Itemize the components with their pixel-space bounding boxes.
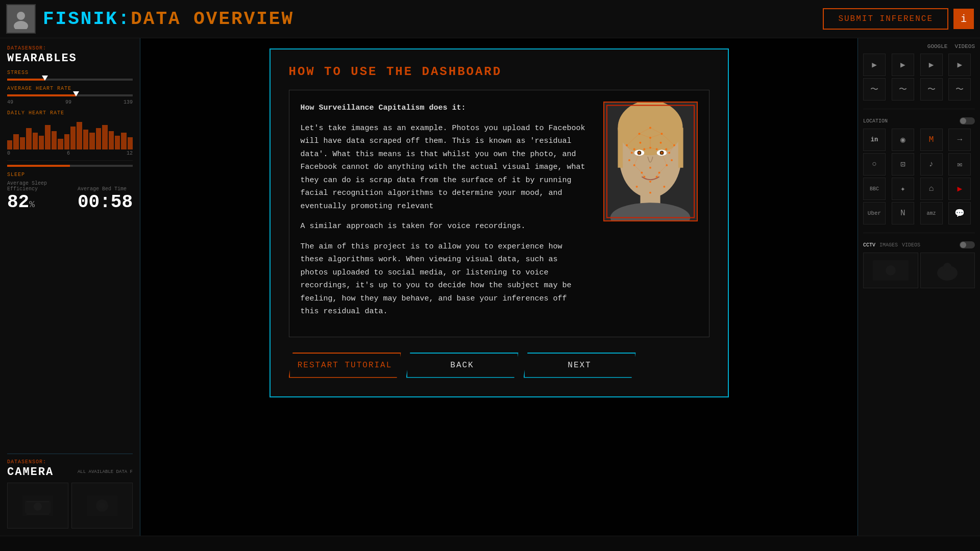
svg-point-12 — [886, 265, 896, 276]
svg-point-53 — [635, 186, 638, 188]
chat-icon[interactable]: 💬 — [948, 202, 971, 224]
camera-title: CAMERA — [7, 466, 54, 479]
modal-paragraph3: The aim of this project is to allow you … — [301, 240, 590, 318]
modal-paragraph1: Let's take images as an example. Photos … — [301, 122, 590, 213]
location-icons-grid: in ◉ M → ○ ⊡ ♪ ✉ BBC ✦ ⌂ ▶ Uber N amz 💬 — [863, 129, 975, 224]
stress-label: STRESS — [7, 70, 133, 76]
camera-icon[interactable]: ⊡ — [892, 153, 914, 176]
google-videos-row: GOOGLE VIDEOS — [863, 43, 975, 49]
back-button[interactable]: BACK — [406, 353, 519, 378]
modal-paragraph2: A similar approach is taken for voice re… — [301, 220, 590, 233]
heart-rate-label: AVERAGE HEART RATE — [7, 86, 133, 91]
wave-icon-1[interactable]: 〜 — [863, 78, 886, 101]
restart-tutorial-button[interactable]: RESTART TUTORIAL — [289, 353, 401, 378]
svg-point-54 — [663, 186, 665, 188]
svg-point-43 — [671, 159, 673, 161]
svg-point-37 — [665, 148, 667, 151]
heart-rate-chart — [7, 119, 133, 149]
face-recognition-image — [603, 102, 698, 221]
header: FISNIK:DATA OVERVIEW SUBMIT INFERENCE i — [0, 0, 980, 38]
cctv-thumbnails — [863, 253, 975, 288]
right-panel: GOOGLE VIDEOS ▶ ▶ ▶ ▶ 〜 〜 〜 〜 LOCATION i… — [857, 38, 980, 536]
wearables-section: DATASENSOR: WEARABLES STRESS AVERAGE HEA… — [7, 45, 133, 213]
cctv-thumb-2 — [920, 253, 975, 288]
left-panel: DATASENSOR: WEARABLES STRESS AVERAGE HEA… — [0, 38, 140, 536]
news-icon[interactable]: BBC — [863, 178, 886, 200]
images-label: IMAGES — [879, 242, 898, 248]
location-toggle[interactable] — [960, 117, 975, 124]
heart-rate-slider[interactable] — [7, 94, 133, 96]
submit-inference-button[interactable]: SUBMIT INFERENCE — [823, 8, 948, 30]
camera-section: DATASENSOR: CAMERA ALL AVAILABLE DATA F — [7, 454, 133, 529]
modal-heading: How Surveillance Capitalism does it: — [301, 104, 466, 112]
svg-point-9 — [99, 503, 105, 509]
mail-icon[interactable]: ✉ — [948, 153, 971, 176]
header-title: FISNIK:DATA OVERVIEW — [43, 9, 294, 30]
cctv-toggle[interactable] — [960, 241, 975, 248]
amazon-icon[interactable]: amz — [920, 202, 943, 224]
chart-axis: 0 6 12 — [7, 151, 133, 156]
location-toggle-row: LOCATION — [863, 117, 975, 124]
modal-overlay: HOW TO USE THE DASHBOARD How Surveillanc… — [140, 38, 857, 536]
wearables-sensor-label: DATASENSOR: — [7, 45, 133, 51]
info-button[interactable]: i — [953, 9, 974, 29]
play-icons-grid: ▶ ▶ ▶ ▶ 〜 〜 〜 〜 — [863, 54, 975, 101]
home-icon[interactable]: ⌂ — [920, 178, 943, 200]
sleep-bedtime-block: Average Bed Time 00:58 — [78, 186, 133, 213]
wave-icon-4[interactable]: 〜 — [948, 78, 971, 101]
tutorial-modal: HOW TO USE THE DASHBOARD How Surveillanc… — [270, 48, 729, 397]
youtube-icon[interactable]: ▶ — [948, 178, 971, 200]
svg-point-47 — [649, 167, 651, 169]
stress-slider[interactable] — [7, 79, 133, 81]
svg-point-41 — [655, 148, 657, 151]
bpm-labels: 49 99 139 — [7, 99, 133, 105]
feather-icon[interactable]: ✦ — [892, 178, 914, 200]
avatar — [6, 4, 36, 34]
location-label: LOCATION — [863, 118, 888, 124]
wearables-title: WEARABLES — [7, 52, 133, 65]
svg-point-42 — [628, 159, 630, 161]
svg-point-55 — [649, 192, 651, 194]
wave-icon-2[interactable]: 〜 — [892, 78, 914, 101]
linkedin-icon[interactable]: in — [863, 129, 886, 151]
wave-icon-3[interactable]: 〜 — [920, 78, 943, 101]
play-icon-4[interactable]: ▶ — [948, 54, 971, 76]
arrow-icon[interactable]: → — [948, 129, 971, 151]
play-icon-2[interactable]: ▶ — [892, 54, 914, 76]
camera-sensor-label: DATASENSOR: — [7, 459, 133, 465]
svg-point-0 — [17, 12, 25, 20]
sleep-label: SLEEP — [7, 172, 133, 178]
svg-point-57 — [659, 142, 662, 144]
modal-buttons: RESTART TUTORIAL BACK NEXT — [289, 353, 709, 378]
camera-thumb-2 — [71, 483, 133, 529]
bottom-bar — [0, 536, 980, 551]
svg-rect-5 — [27, 502, 49, 502]
circle-icon[interactable]: ○ — [863, 153, 886, 176]
svg-rect-6 — [27, 514, 49, 514]
modal-text: How Surveillance Capitalism does it: Let… — [301, 102, 590, 325]
videos-label: VIDEOS — [954, 43, 975, 49]
uber-icon[interactable]: Uber — [863, 202, 886, 224]
svg-point-1 — [14, 21, 28, 29]
play-icon-3[interactable]: ▶ — [920, 54, 943, 76]
svg-rect-20 — [678, 128, 683, 167]
camera-thumbnails — [7, 483, 133, 529]
svg-rect-19 — [618, 128, 623, 167]
secondary-slider[interactable] — [7, 165, 133, 167]
camera-thumb-1 — [7, 483, 68, 529]
svg-point-36 — [633, 148, 635, 151]
svg-point-15 — [943, 263, 951, 271]
svg-point-4 — [34, 503, 42, 511]
n-icon[interactable]: N — [892, 202, 914, 224]
modal-image-area — [603, 102, 698, 325]
tiktok-icon[interactable]: ♪ — [920, 153, 943, 176]
svg-point-56 — [639, 142, 641, 144]
sleep-section: SLEEP Average Sleep Efficiency 82% Avera… — [7, 172, 133, 213]
next-button[interactable]: NEXT — [524, 353, 636, 378]
gmail-icon[interactable]: M — [920, 129, 943, 151]
play-icon-1[interactable]: ▶ — [863, 54, 886, 76]
cctv-label-row: CCTV IMAGES VIDEOS — [863, 241, 975, 248]
svg-point-40 — [643, 148, 645, 151]
google-label: GOOGLE — [927, 43, 948, 49]
pin-icon[interactable]: ◉ — [892, 129, 914, 151]
